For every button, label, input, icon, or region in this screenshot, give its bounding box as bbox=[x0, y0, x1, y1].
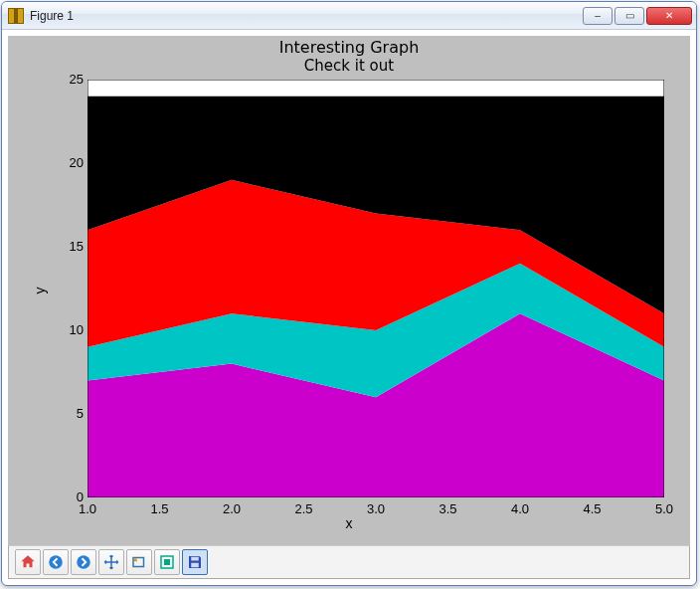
x-tick: 1.5 bbox=[145, 501, 175, 516]
window-title: Figure 1 bbox=[30, 9, 583, 23]
y-tick: 10 bbox=[54, 322, 84, 337]
minimize-icon: – bbox=[595, 10, 601, 21]
maximize-icon: ▭ bbox=[625, 10, 634, 21]
x-tick: 4.0 bbox=[505, 501, 535, 516]
y-tick: 20 bbox=[54, 155, 84, 170]
window-buttons: – ▭ ✕ bbox=[583, 7, 692, 25]
forward-button[interactable] bbox=[71, 549, 96, 575]
y-tick: 5 bbox=[54, 406, 84, 421]
app-icon bbox=[8, 8, 24, 24]
y-axis-label: y bbox=[32, 288, 48, 294]
y-tick: 25 bbox=[54, 72, 84, 87]
nav-toolbar bbox=[8, 545, 690, 579]
x-tick: 2.5 bbox=[289, 501, 319, 516]
back-button[interactable] bbox=[43, 549, 69, 575]
zoom-button[interactable] bbox=[126, 549, 152, 575]
x-tick: 3.0 bbox=[361, 501, 391, 516]
window-frame: Figure 1 – ▭ ✕ Interesting Graph Check i… bbox=[1, 1, 697, 586]
back-icon bbox=[47, 553, 65, 571]
forward-icon bbox=[75, 553, 92, 571]
x-tick: 3.5 bbox=[434, 501, 463, 516]
svg-point-2 bbox=[77, 555, 90, 569]
home-button[interactable] bbox=[15, 549, 41, 575]
x-tick: 5.0 bbox=[649, 501, 679, 516]
plot-axes[interactable] bbox=[88, 80, 664, 497]
close-icon: ✕ bbox=[665, 10, 673, 21]
pan-icon bbox=[102, 553, 120, 571]
maximize-button[interactable]: ▭ bbox=[614, 7, 644, 25]
figure-canvas: Interesting Graph Check it out y x 05101… bbox=[8, 36, 690, 545]
zoom-icon bbox=[130, 553, 148, 571]
titlebar[interactable]: Figure 1 – ▭ ✕ bbox=[2, 2, 696, 30]
x-axis-label: x bbox=[346, 515, 353, 531]
pan-button[interactable] bbox=[98, 549, 124, 575]
svg-rect-5 bbox=[164, 559, 170, 565]
x-tick: 2.0 bbox=[217, 501, 247, 516]
y-tick: 15 bbox=[54, 239, 84, 254]
chart-subtitle: Check it out bbox=[8, 57, 690, 75]
configure-icon bbox=[158, 553, 176, 571]
save-button[interactable] bbox=[182, 549, 208, 575]
x-tick: 1.0 bbox=[73, 501, 102, 516]
svg-rect-7 bbox=[191, 563, 199, 568]
home-icon bbox=[19, 553, 37, 571]
close-button[interactable]: ✕ bbox=[646, 7, 692, 25]
area-chart-svg bbox=[88, 80, 664, 497]
save-icon bbox=[186, 553, 204, 571]
minimize-button[interactable]: – bbox=[583, 7, 612, 25]
svg-rect-6 bbox=[191, 557, 199, 561]
chart-title: Interesting Graph bbox=[8, 38, 690, 57]
configure-button[interactable] bbox=[154, 549, 180, 575]
svg-point-1 bbox=[49, 555, 63, 569]
x-tick: 4.5 bbox=[578, 501, 608, 516]
